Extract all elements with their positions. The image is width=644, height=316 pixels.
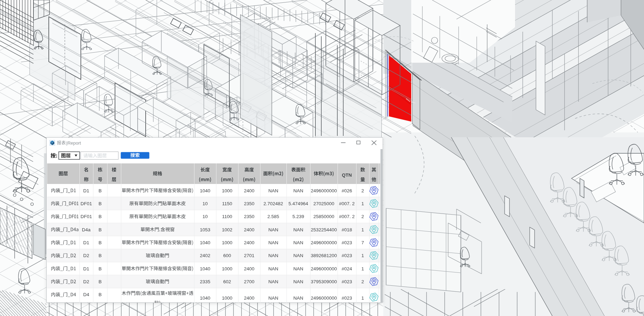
svg-text:2701: 2701 — [244, 253, 254, 258]
svg-text:NAN: NAN — [293, 279, 304, 284]
svg-text:NAN: NAN — [268, 240, 278, 245]
svg-text:2400: 2400 — [244, 227, 254, 232]
svg-text:DF01: DF01 — [80, 201, 92, 206]
svg-text:2.585: 2.585 — [267, 214, 279, 219]
svg-text:B: B — [99, 253, 102, 258]
svg-text:1002: 1002 — [222, 227, 232, 232]
svg-text:2400: 2400 — [244, 240, 254, 245]
svg-text:1040: 1040 — [200, 240, 210, 245]
svg-text:D2: D2 — [83, 253, 89, 258]
svg-text:7: 7 — [361, 240, 364, 245]
svg-text:D1: D1 — [83, 188, 89, 193]
svg-text:2402: 2402 — [200, 253, 210, 258]
svg-text:D2: D2 — [83, 279, 89, 284]
svg-text:D1: D1 — [83, 240, 89, 245]
svg-text:NAN: NAN — [268, 227, 278, 232]
svg-text:1: 1 — [361, 201, 364, 206]
svg-text:2496000000: 2496000000 — [311, 240, 337, 245]
svg-text:2335: 2335 — [200, 279, 210, 284]
svg-text:B: B — [99, 240, 102, 245]
svg-text:B: B — [99, 201, 102, 206]
svg-text:|Report: |Report — [66, 140, 81, 146]
svg-text:#026: #026 — [342, 188, 352, 193]
svg-text:2700: 2700 — [244, 279, 254, 284]
svg-text:3795309000: 3795309000 — [311, 279, 337, 284]
svg-text:2350: 2350 — [244, 214, 254, 219]
svg-text:600: 600 — [223, 253, 231, 258]
svg-text:25850000: 25850000 — [313, 214, 334, 219]
svg-text:#023: #023 — [342, 279, 352, 284]
svg-text:1: 1 — [361, 295, 364, 301]
svg-text:#023: #023 — [342, 253, 352, 258]
svg-text:1000: 1000 — [222, 266, 232, 271]
svg-text:B: B — [99, 214, 102, 219]
svg-text:B: B — [99, 279, 102, 284]
svg-text:B: B — [99, 227, 102, 232]
svg-text:B: B — [99, 266, 102, 271]
svg-text:NAN: NAN — [268, 279, 278, 284]
svg-text:2496000000: 2496000000 — [311, 266, 337, 271]
svg-text:#023: #023 — [342, 295, 352, 301]
svg-text:2400: 2400 — [244, 295, 254, 301]
svg-text:#007. 2: #007. 2 — [339, 201, 355, 206]
svg-text:1040: 1040 — [200, 266, 210, 271]
svg-text:#024: #024 — [342, 266, 352, 271]
svg-text:DF01: DF01 — [80, 214, 92, 219]
svg-text:NAN: NAN — [293, 240, 304, 245]
svg-text:1: 1 — [361, 253, 364, 258]
svg-text:B: B — [99, 188, 102, 193]
svg-text:1000: 1000 — [222, 188, 232, 193]
svg-text:5.239: 5.239 — [292, 214, 304, 219]
svg-text:2: 2 — [361, 279, 364, 284]
svg-text:D4a: D4a — [82, 227, 91, 232]
svg-text:NAN: NAN — [293, 253, 304, 258]
svg-text:1: 1 — [361, 266, 364, 271]
svg-text:2.702482: 2.702482 — [263, 201, 283, 206]
svg-text:NAN: NAN — [293, 266, 304, 271]
svg-text:27025000: 27025000 — [313, 201, 334, 206]
svg-text:1000: 1000 — [222, 240, 232, 245]
svg-text:#018: #018 — [342, 227, 352, 232]
svg-text:2496000000: 2496000000 — [311, 188, 337, 193]
svg-text:5.474964: 5.474964 — [289, 201, 308, 206]
svg-text:D4: D4 — [83, 292, 90, 297]
svg-text:NAN: NAN — [293, 188, 304, 193]
svg-text:D1: D1 — [83, 266, 89, 271]
svg-text:3892681200: 3892681200 — [311, 253, 337, 258]
svg-text:10: 10 — [202, 201, 208, 206]
svg-text:2: 2 — [361, 188, 364, 193]
svg-text:1100: 1100 — [222, 214, 232, 219]
svg-text:1150: 1150 — [222, 201, 232, 206]
svg-text:2532254400: 2532254400 — [311, 227, 337, 232]
svg-text:NAN: NAN — [268, 188, 278, 193]
svg-text:1040: 1040 — [200, 295, 210, 301]
svg-text:2400: 2400 — [244, 188, 254, 193]
svg-text:2496000000: 2496000000 — [311, 295, 337, 301]
svg-text:QTN: QTN — [342, 172, 352, 178]
svg-text:1000: 1000 — [222, 295, 232, 301]
svg-text:2400: 2400 — [244, 266, 254, 271]
svg-text:NAN: NAN — [293, 227, 304, 232]
svg-text:#023: #023 — [342, 240, 352, 245]
svg-text:#007. 2: #007. 2 — [339, 214, 355, 219]
svg-text:NAN: NAN — [268, 295, 278, 301]
svg-text:602: 602 — [223, 279, 231, 284]
svg-text:1: 1 — [361, 227, 364, 232]
svg-text:2350: 2350 — [244, 201, 254, 206]
svg-text:1040: 1040 — [200, 188, 210, 193]
svg-text:2: 2 — [361, 214, 364, 219]
svg-text:1053: 1053 — [200, 227, 210, 232]
svg-text:B: B — [99, 292, 102, 297]
svg-text:10: 10 — [202, 214, 208, 219]
svg-text:NAN: NAN — [268, 253, 278, 258]
svg-text:NAN: NAN — [268, 266, 278, 271]
svg-text:NAN: NAN — [293, 295, 304, 301]
